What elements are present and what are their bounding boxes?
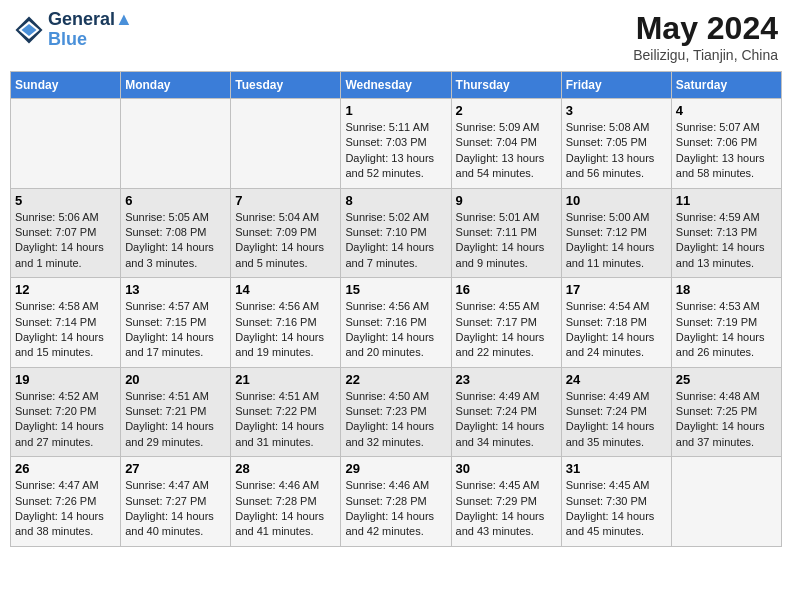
day-number: 12 <box>15 282 116 297</box>
calendar-cell: 27Sunrise: 4:47 AMSunset: 7:27 PMDayligh… <box>121 457 231 547</box>
cell-info: Sunrise: 5:04 AMSunset: 7:09 PMDaylight:… <box>235 210 336 272</box>
calendar-cell: 10Sunrise: 5:00 AMSunset: 7:12 PMDayligh… <box>561 188 671 278</box>
weekday-header-sunday: Sunday <box>11 72 121 99</box>
day-number: 13 <box>125 282 226 297</box>
cell-info: Sunrise: 5:06 AMSunset: 7:07 PMDaylight:… <box>15 210 116 272</box>
calendar-cell: 25Sunrise: 4:48 AMSunset: 7:25 PMDayligh… <box>671 367 781 457</box>
day-number: 25 <box>676 372 777 387</box>
calendar-cell: 6Sunrise: 5:05 AMSunset: 7:08 PMDaylight… <box>121 188 231 278</box>
day-number: 22 <box>345 372 446 387</box>
weekday-header-wednesday: Wednesday <box>341 72 451 99</box>
calendar-cell: 22Sunrise: 4:50 AMSunset: 7:23 PMDayligh… <box>341 367 451 457</box>
calendar-week-4: 19Sunrise: 4:52 AMSunset: 7:20 PMDayligh… <box>11 367 782 457</box>
cell-info: Sunrise: 4:55 AMSunset: 7:17 PMDaylight:… <box>456 299 557 361</box>
cell-info: Sunrise: 4:51 AMSunset: 7:21 PMDaylight:… <box>125 389 226 451</box>
cell-info: Sunrise: 5:09 AMSunset: 7:04 PMDaylight:… <box>456 120 557 182</box>
cell-info: Sunrise: 4:49 AMSunset: 7:24 PMDaylight:… <box>456 389 557 451</box>
calendar-cell: 28Sunrise: 4:46 AMSunset: 7:28 PMDayligh… <box>231 457 341 547</box>
cell-info: Sunrise: 4:45 AMSunset: 7:30 PMDaylight:… <box>566 478 667 540</box>
day-number: 31 <box>566 461 667 476</box>
cell-info: Sunrise: 4:49 AMSunset: 7:24 PMDaylight:… <box>566 389 667 451</box>
cell-info: Sunrise: 4:56 AMSunset: 7:16 PMDaylight:… <box>345 299 446 361</box>
day-number: 11 <box>676 193 777 208</box>
day-number: 14 <box>235 282 336 297</box>
cell-info: Sunrise: 5:08 AMSunset: 7:05 PMDaylight:… <box>566 120 667 182</box>
cell-info: Sunrise: 5:00 AMSunset: 7:12 PMDaylight:… <box>566 210 667 272</box>
day-number: 9 <box>456 193 557 208</box>
cell-info: Sunrise: 4:46 AMSunset: 7:28 PMDaylight:… <box>235 478 336 540</box>
logo-text: General▲ Blue <box>48 10 133 50</box>
logo: General▲ Blue <box>14 10 133 50</box>
calendar-cell: 19Sunrise: 4:52 AMSunset: 7:20 PMDayligh… <box>11 367 121 457</box>
calendar-cell: 8Sunrise: 5:02 AMSunset: 7:10 PMDaylight… <box>341 188 451 278</box>
cell-info: Sunrise: 4:51 AMSunset: 7:22 PMDaylight:… <box>235 389 336 451</box>
cell-info: Sunrise: 4:46 AMSunset: 7:28 PMDaylight:… <box>345 478 446 540</box>
day-number: 4 <box>676 103 777 118</box>
calendar-cell: 4Sunrise: 5:07 AMSunset: 7:06 PMDaylight… <box>671 99 781 189</box>
cell-info: Sunrise: 4:56 AMSunset: 7:16 PMDaylight:… <box>235 299 336 361</box>
weekday-header-thursday: Thursday <box>451 72 561 99</box>
day-number: 3 <box>566 103 667 118</box>
cell-info: Sunrise: 4:47 AMSunset: 7:27 PMDaylight:… <box>125 478 226 540</box>
day-number: 26 <box>15 461 116 476</box>
calendar-cell: 17Sunrise: 4:54 AMSunset: 7:18 PMDayligh… <box>561 278 671 368</box>
calendar-cell: 29Sunrise: 4:46 AMSunset: 7:28 PMDayligh… <box>341 457 451 547</box>
day-number: 29 <box>345 461 446 476</box>
day-number: 21 <box>235 372 336 387</box>
calendar-cell: 23Sunrise: 4:49 AMSunset: 7:24 PMDayligh… <box>451 367 561 457</box>
day-number: 6 <box>125 193 226 208</box>
calendar-week-5: 26Sunrise: 4:47 AMSunset: 7:26 PMDayligh… <box>11 457 782 547</box>
cell-info: Sunrise: 5:05 AMSunset: 7:08 PMDaylight:… <box>125 210 226 272</box>
day-number: 8 <box>345 193 446 208</box>
day-number: 27 <box>125 461 226 476</box>
title-block: May 2024 Beilizigu, Tianjin, China <box>633 10 778 63</box>
calendar-cell: 18Sunrise: 4:53 AMSunset: 7:19 PMDayligh… <box>671 278 781 368</box>
calendar-cell: 24Sunrise: 4:49 AMSunset: 7:24 PMDayligh… <box>561 367 671 457</box>
calendar-cell: 9Sunrise: 5:01 AMSunset: 7:11 PMDaylight… <box>451 188 561 278</box>
day-number: 20 <box>125 372 226 387</box>
logo-icon <box>14 15 44 45</box>
day-number: 16 <box>456 282 557 297</box>
day-number: 19 <box>15 372 116 387</box>
calendar-cell <box>671 457 781 547</box>
calendar-cell: 14Sunrise: 4:56 AMSunset: 7:16 PMDayligh… <box>231 278 341 368</box>
day-number: 23 <box>456 372 557 387</box>
calendar-cell: 30Sunrise: 4:45 AMSunset: 7:29 PMDayligh… <box>451 457 561 547</box>
cell-info: Sunrise: 4:50 AMSunset: 7:23 PMDaylight:… <box>345 389 446 451</box>
weekday-header-friday: Friday <box>561 72 671 99</box>
calendar-cell: 15Sunrise: 4:56 AMSunset: 7:16 PMDayligh… <box>341 278 451 368</box>
calendar-week-3: 12Sunrise: 4:58 AMSunset: 7:14 PMDayligh… <box>11 278 782 368</box>
calendar-cell: 16Sunrise: 4:55 AMSunset: 7:17 PMDayligh… <box>451 278 561 368</box>
cell-info: Sunrise: 5:01 AMSunset: 7:11 PMDaylight:… <box>456 210 557 272</box>
day-number: 28 <box>235 461 336 476</box>
calendar-cell <box>11 99 121 189</box>
day-number: 2 <box>456 103 557 118</box>
weekday-header-tuesday: Tuesday <box>231 72 341 99</box>
calendar-cell: 13Sunrise: 4:57 AMSunset: 7:15 PMDayligh… <box>121 278 231 368</box>
calendar-cell: 12Sunrise: 4:58 AMSunset: 7:14 PMDayligh… <box>11 278 121 368</box>
calendar-cell <box>121 99 231 189</box>
calendar-cell: 26Sunrise: 4:47 AMSunset: 7:26 PMDayligh… <box>11 457 121 547</box>
calendar-cell: 11Sunrise: 4:59 AMSunset: 7:13 PMDayligh… <box>671 188 781 278</box>
calendar-cell: 5Sunrise: 5:06 AMSunset: 7:07 PMDaylight… <box>11 188 121 278</box>
cell-info: Sunrise: 5:02 AMSunset: 7:10 PMDaylight:… <box>345 210 446 272</box>
day-number: 24 <box>566 372 667 387</box>
month-title: May 2024 <box>633 10 778 47</box>
calendar-cell: 21Sunrise: 4:51 AMSunset: 7:22 PMDayligh… <box>231 367 341 457</box>
cell-info: Sunrise: 5:07 AMSunset: 7:06 PMDaylight:… <box>676 120 777 182</box>
calendar-cell: 7Sunrise: 5:04 AMSunset: 7:09 PMDaylight… <box>231 188 341 278</box>
day-number: 30 <box>456 461 557 476</box>
calendar-cell <box>231 99 341 189</box>
cell-info: Sunrise: 4:57 AMSunset: 7:15 PMDaylight:… <box>125 299 226 361</box>
day-number: 17 <box>566 282 667 297</box>
calendar-week-2: 5Sunrise: 5:06 AMSunset: 7:07 PMDaylight… <box>11 188 782 278</box>
cell-info: Sunrise: 5:11 AMSunset: 7:03 PMDaylight:… <box>345 120 446 182</box>
calendar-cell: 20Sunrise: 4:51 AMSunset: 7:21 PMDayligh… <box>121 367 231 457</box>
calendar-cell: 2Sunrise: 5:09 AMSunset: 7:04 PMDaylight… <box>451 99 561 189</box>
location-subtitle: Beilizigu, Tianjin, China <box>633 47 778 63</box>
calendar-week-1: 1Sunrise: 5:11 AMSunset: 7:03 PMDaylight… <box>11 99 782 189</box>
cell-info: Sunrise: 4:48 AMSunset: 7:25 PMDaylight:… <box>676 389 777 451</box>
cell-info: Sunrise: 4:53 AMSunset: 7:19 PMDaylight:… <box>676 299 777 361</box>
day-number: 5 <box>15 193 116 208</box>
day-number: 10 <box>566 193 667 208</box>
